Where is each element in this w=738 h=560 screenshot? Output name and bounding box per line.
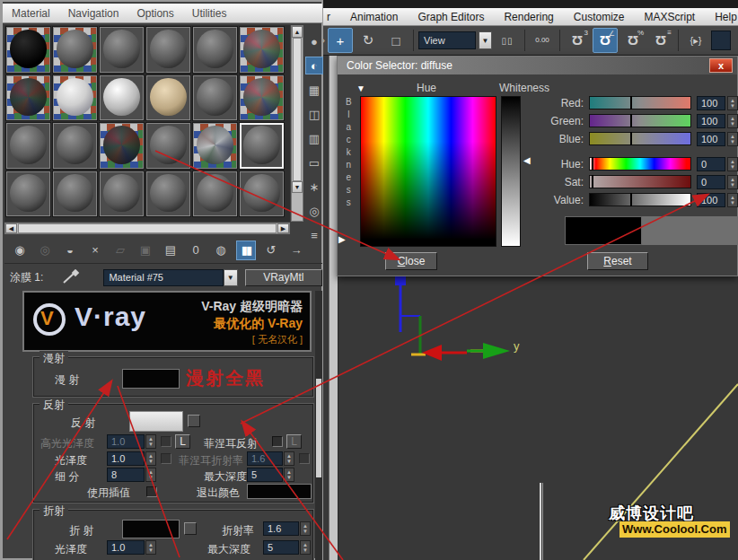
red-value-field[interactable]: 100 bbox=[697, 96, 725, 110]
me-menu-options[interactable]: Options bbox=[136, 7, 173, 20]
sat-spinner[interactable]: ▲▼ bbox=[727, 175, 738, 189]
menu-item-help[interactable]: Help bbox=[715, 11, 737, 23]
sample-slot[interactable] bbox=[52, 74, 98, 122]
keyboard-override-button[interactable]: {▸} bbox=[683, 28, 708, 53]
material-name-dropdown[interactable]: Material #75 bbox=[103, 269, 224, 286]
sample-slot[interactable] bbox=[145, 74, 191, 122]
show-end-result-icon[interactable]: ▮▮ bbox=[236, 241, 256, 260]
spinner-down-icon[interactable]: ▼ bbox=[730, 200, 735, 206]
background-icon[interactable]: ▦ bbox=[305, 81, 323, 99]
hue-slider-marker[interactable] bbox=[592, 157, 593, 171]
material-name-dropdown-arrow-icon[interactable]: ▼ bbox=[224, 269, 238, 286]
value-slider[interactable] bbox=[589, 193, 691, 206]
reflection-max-depth-field[interactable]: 5 bbox=[247, 468, 283, 482]
green-spinner[interactable]: ▲▼ bbox=[727, 114, 738, 128]
whiteness-marker-icon[interactable]: ◀ bbox=[523, 155, 531, 165]
green-value-field[interactable]: 100 bbox=[697, 114, 725, 128]
reflection-glossiness-spinner[interactable]: ▲▼ bbox=[145, 451, 156, 466]
refraction-glossiness-field[interactable]: 1.0 bbox=[107, 540, 145, 555]
pick-material-eyedropper-icon[interactable] bbox=[61, 269, 81, 285]
refraction-glossiness-spinner[interactable]: ▲▼ bbox=[145, 540, 156, 555]
hilight-glossiness-spinner[interactable]: ▲▼ bbox=[145, 434, 156, 449]
go-to-parent-icon[interactable]: ↺ bbox=[261, 241, 281, 260]
reflection-glossiness-field[interactable]: 1.0 bbox=[107, 451, 145, 466]
fresnel-ior-field[interactable]: 1.6 bbox=[247, 451, 283, 466]
backlight-icon[interactable]: ◐ bbox=[305, 57, 323, 74]
reflection-map-button[interactable] bbox=[188, 415, 200, 427]
sample-slot[interactable] bbox=[5, 171, 51, 218]
reflection-max-depth-spinner[interactable]: ▲▼ bbox=[284, 468, 294, 482]
sample-slot[interactable] bbox=[52, 171, 98, 218]
red-slider-marker[interactable] bbox=[630, 96, 632, 109]
sample-slot[interactable] bbox=[239, 26, 285, 74]
menu-item-partial[interactable]: r bbox=[327, 11, 330, 23]
value-spinner[interactable]: ▲▼ bbox=[727, 193, 738, 207]
me-menu-material[interactable]: Material bbox=[12, 7, 50, 20]
spinner-down-icon[interactable]: ▼ bbox=[730, 139, 735, 144]
blue-slider-marker[interactable] bbox=[630, 132, 632, 145]
refraction-ior-spinner[interactable]: ▲▼ bbox=[300, 521, 311, 536]
hue-value-field[interactable]: 0 bbox=[697, 157, 725, 171]
reflection-color-swatch[interactable] bbox=[129, 411, 183, 432]
exit-color-swatch[interactable] bbox=[247, 484, 312, 499]
put-material-to-scene-icon[interactable]: ◎ bbox=[35, 241, 55, 260]
red-spinner[interactable]: ▲▼ bbox=[727, 96, 738, 110]
sample-slot[interactable] bbox=[145, 171, 191, 218]
make-preview-icon[interactable]: ▭ bbox=[305, 153, 323, 171]
reflection-subdivs-spinner[interactable]: ▲▼ bbox=[145, 468, 156, 482]
material-type-button[interactable]: VRayMtl bbox=[245, 269, 322, 286]
whiteness-strip[interactable] bbox=[501, 96, 521, 247]
assign-material-to-selection-icon[interactable]: ◒ bbox=[60, 241, 80, 260]
sat-slider-marker[interactable] bbox=[592, 175, 593, 188]
glossiness-lock-checkbox[interactable] bbox=[161, 453, 171, 464]
select-and-move-button[interactable]: + bbox=[328, 28, 353, 53]
close-button[interactable]: Close bbox=[385, 252, 437, 270]
sample-slot[interactable] bbox=[52, 26, 98, 74]
hilight-l-button[interactable]: L bbox=[175, 434, 190, 449]
sat-value-field[interactable]: 0 bbox=[697, 175, 725, 189]
mirror-button[interactable]: ▯▯ bbox=[495, 28, 520, 53]
red-slider[interactable] bbox=[589, 96, 691, 109]
spinner-snap-button[interactable]: Ω≡ bbox=[648, 28, 673, 53]
sample-type-icon[interactable]: ● bbox=[305, 32, 323, 50]
refraction-max-depth-field[interactable]: 5 bbox=[263, 540, 299, 555]
refraction-max-depth-spinner[interactable]: ▲▼ bbox=[300, 540, 311, 555]
hue-marker-icon[interactable]: ▼ bbox=[356, 83, 365, 93]
scroll-down-icon[interactable]: ▼ bbox=[292, 181, 303, 193]
sample-slot[interactable] bbox=[99, 26, 145, 74]
reset-map-mtl-icon[interactable]: × bbox=[85, 241, 105, 260]
menu-item-customize[interactable]: Customize bbox=[574, 11, 625, 23]
fresnel-reflection-checkbox[interactable] bbox=[272, 436, 283, 447]
sample-slot[interactable] bbox=[5, 74, 51, 122]
spinner-down-icon[interactable]: ▼ bbox=[730, 103, 735, 109]
refraction-ior-field[interactable]: 1.6 bbox=[263, 521, 299, 536]
transform-offset-button[interactable]: 0.00 bbox=[530, 28, 555, 53]
hue-spinner[interactable]: ▲▼ bbox=[727, 157, 738, 171]
scrollbar-thumb[interactable] bbox=[293, 38, 302, 181]
menu-item-animation[interactable]: Animation bbox=[350, 11, 398, 23]
sample-slot[interactable] bbox=[239, 74, 285, 122]
scrollbar-thumb[interactable] bbox=[18, 223, 277, 233]
green-slider[interactable] bbox=[589, 114, 691, 127]
angle-snap-button[interactable]: Ω∠ bbox=[593, 28, 618, 53]
sample-slot[interactable] bbox=[99, 171, 145, 218]
blue-spinner[interactable]: ▲▼ bbox=[727, 132, 738, 146]
menu-item-rendering[interactable]: Rendering bbox=[504, 11, 553, 23]
sample-slot[interactable] bbox=[145, 26, 191, 74]
sample-slot[interactable] bbox=[239, 171, 285, 218]
sample-slot[interactable] bbox=[192, 171, 238, 218]
scroll-up-icon[interactable]: ▲ bbox=[292, 26, 303, 38]
dropdown-arrow-icon[interactable]: ▼ bbox=[479, 31, 492, 49]
menu-item-maxscript[interactable]: MAXScript bbox=[644, 11, 695, 23]
spinner-down-icon[interactable]: ▼ bbox=[730, 182, 735, 188]
sample-slot[interactable] bbox=[192, 74, 238, 122]
spinner-down-icon[interactable]: ▼ bbox=[730, 121, 735, 127]
sample-slot[interactable] bbox=[5, 26, 51, 74]
sample-slot[interactable] bbox=[192, 122, 238, 170]
go-forward-to-sibling-icon[interactable]: → bbox=[286, 241, 306, 260]
reflection-subdivs-field[interactable]: 8 bbox=[107, 468, 145, 482]
get-material-icon[interactable]: ◉ bbox=[10, 241, 30, 260]
hue-slider[interactable] bbox=[589, 157, 691, 171]
sample-slot[interactable] bbox=[192, 26, 238, 74]
blue-slider[interactable] bbox=[589, 132, 691, 145]
